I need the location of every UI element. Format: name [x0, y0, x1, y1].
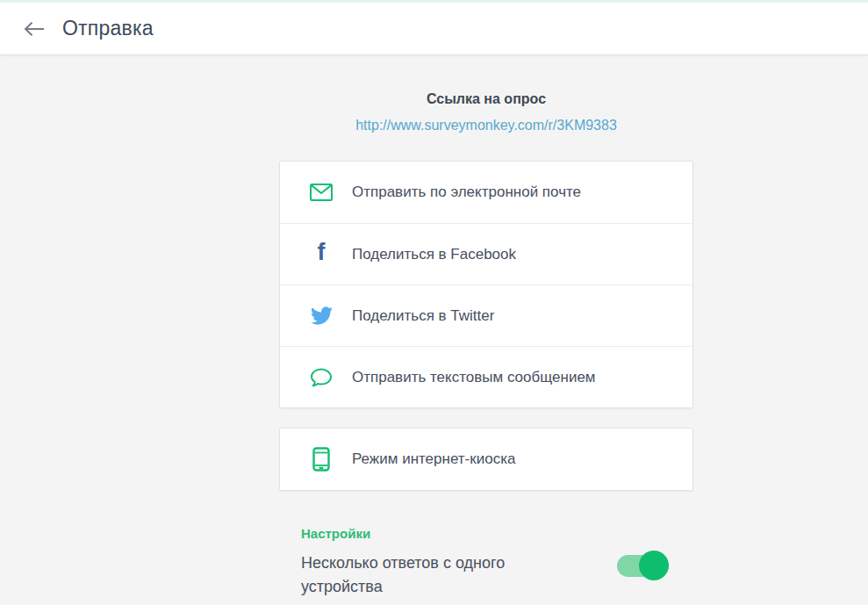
share-twitter-label: Поделиться в Twitter	[352, 307, 494, 325]
email-icon	[309, 184, 334, 201]
arrow-left-icon	[23, 21, 46, 37]
multiple-responses-toggle[interactable]	[617, 555, 669, 577]
toggle-knob	[639, 551, 669, 580]
share-sms-button[interactable]: Отправить текстовым сообщением	[280, 346, 692, 407]
facebook-icon: f	[309, 242, 334, 266]
multiple-responses-setting: Несколько ответов с одного устройства	[301, 551, 669, 599]
kiosk-mode-label: Режим интернет-киоска	[352, 450, 515, 468]
back-button[interactable]	[21, 16, 47, 42]
settings-section: Настройки Несколько ответов с одного уст…	[279, 526, 693, 599]
kiosk-button-group: Режим интернет-киоска	[279, 428, 693, 491]
content-column: Ссылка на опрос http://www.surveymonkey.…	[279, 56, 693, 599]
sms-icon	[309, 367, 334, 388]
survey-link-url[interactable]: http://www.surveymonkey.com/r/3KM9383	[355, 118, 617, 133]
share-facebook-button[interactable]: f Поделиться в Facebook	[280, 223, 692, 284]
share-twitter-button[interactable]: Поделиться в Twitter	[280, 284, 692, 346]
survey-link-section: Ссылка на опрос http://www.surveymonkey.…	[279, 91, 693, 133]
settings-heading: Настройки	[301, 526, 669, 541]
kiosk-phone-icon	[309, 447, 334, 472]
survey-link-title: Ссылка на опрос	[279, 91, 693, 107]
multiple-responses-label: Несколько ответов с одного устройства	[301, 551, 556, 599]
share-email-button[interactable]: Отправить по электронной почте	[280, 162, 692, 223]
share-button-group: Отправить по электронной почте f Поделит…	[279, 161, 693, 408]
twitter-icon	[309, 306, 334, 325]
share-facebook-label: Поделиться в Facebook	[352, 246, 516, 263]
header: Отправка	[0, 3, 868, 55]
kiosk-mode-button[interactable]: Режим интернет-киоска	[280, 429, 692, 490]
page-title: Отправка	[62, 17, 154, 40]
share-sms-label: Отправить текстовым сообщением	[352, 369, 596, 386]
share-email-label: Отправить по электронной почте	[352, 184, 581, 201]
